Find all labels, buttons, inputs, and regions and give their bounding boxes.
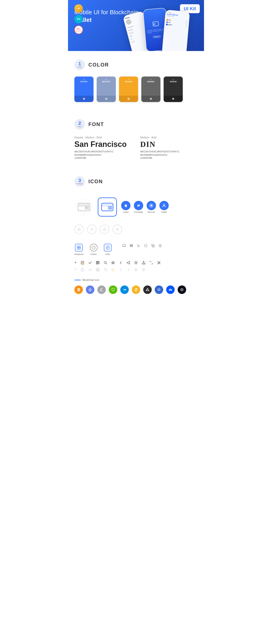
font-grid: Regular · Medium · Bold San Francisco AB…: [74, 136, 198, 159]
wallet-icon-grid: [74, 198, 94, 216]
font-din-upper: ABCDEFGHIJKLMNOPQRSTUVWXYZ: [140, 150, 198, 153]
search-icon[interactable]: [104, 261, 107, 264]
litecoin-icon[interactable]: [97, 286, 106, 294]
svg-rect-31: [130, 245, 132, 246]
svg-rect-32: [130, 244, 132, 245]
svg-rect-21: [79, 246, 80, 248]
font-sf-numbers: 1234567890: [74, 157, 132, 159]
icon-sub: THREE: [76, 183, 83, 185]
assets-icon[interactable]: [121, 201, 130, 210]
iota-icon[interactable]: [143, 286, 152, 294]
discover-icon[interactable]: [146, 201, 156, 210]
svg-point-59: [129, 261, 130, 262]
gear-icon[interactable]: [134, 261, 138, 264]
dash-icon[interactable]: [120, 286, 129, 294]
font-din-numbers: 1234567890: [140, 157, 198, 159]
assets-icon-item: Assets: [121, 201, 130, 213]
color-title: COLOR: [88, 62, 109, 68]
profile-outline-icon: [112, 225, 122, 234]
svg-point-33: [144, 244, 147, 247]
screens-badge: 60+ Screens: [74, 26, 83, 34]
svg-line-58: [106, 263, 107, 264]
star-icon[interactable]: [111, 261, 115, 264]
svg-marker-87: [146, 289, 148, 291]
close-icon[interactable]: [157, 261, 161, 264]
chat2-icon[interactable]: [151, 244, 155, 248]
profile-icon[interactable]: [160, 201, 169, 210]
color-sub: ONE: [78, 66, 82, 68]
bottom-nav-section: Mangment History: [74, 240, 198, 259]
svg-rect-71: [96, 268, 98, 270]
assets-outline-icon: [74, 225, 84, 234]
color-number: 1: [78, 62, 81, 66]
qr-icon[interactable]: [96, 261, 100, 264]
info-outline-icon: [142, 268, 146, 272]
color-swatch-gray: # 666666: [141, 76, 160, 102]
golem-icon[interactable]: [178, 286, 186, 294]
zcash-icon[interactable]: [132, 286, 140, 294]
history-label: History: [91, 253, 97, 255]
font-din: Medium · Bold DIN ABCDEFGHIJKLMNOPQRSTUV…: [140, 136, 198, 159]
moon-icon[interactable]: [137, 244, 140, 248]
circle-icon[interactable]: [144, 244, 148, 248]
svg-rect-50: [98, 262, 99, 262]
color-section-header: 1 ONE COLOR: [74, 51, 198, 76]
info-icon[interactable]: [158, 244, 162, 248]
management-icon[interactable]: [75, 244, 83, 252]
discover-icon-item: Discover: [146, 201, 156, 213]
wallet-icon-filled: [98, 198, 117, 216]
font-sf-name: San Francisco: [74, 140, 132, 149]
svg-rect-72: [98, 268, 99, 270]
font-din-lower: abcdefghijklmnopqrstuvwxyz: [140, 154, 198, 156]
ps-badge: Ps: [74, 15, 83, 24]
phones-area: Profile Management Messages Add Card Nig…: [128, 0, 204, 51]
assets-label: Assets: [123, 211, 128, 213]
neo-icon[interactable]: [109, 286, 117, 294]
font-title: FONT: [88, 121, 104, 127]
chat-icon[interactable]: [122, 244, 126, 248]
color-number-badge: 1 ONE: [74, 60, 85, 70]
ethereum-icon[interactable]: [86, 286, 94, 294]
history-icon[interactable]: [90, 244, 98, 252]
hero-section: Mobile UI for Blockchain Wallet UI Kit ✦…: [68, 0, 204, 51]
note-icon[interactable]: [80, 261, 84, 264]
svg-point-64: [135, 262, 137, 263]
svg-rect-23: [79, 248, 80, 249]
resize-icon[interactable]: [150, 261, 153, 264]
svg-point-19: [116, 228, 118, 230]
svg-point-16: [163, 204, 165, 206]
upload-icon[interactable]: [142, 261, 146, 264]
svg-line-63: [128, 263, 129, 264]
svg-rect-65: [142, 263, 145, 264]
font-number: 2: [78, 121, 81, 126]
exchange-icon[interactable]: [134, 201, 143, 210]
svg-rect-22: [77, 248, 78, 249]
icon-title: ICON: [88, 178, 103, 184]
plus-icon[interactable]: +: [74, 260, 77, 265]
star-accent-icon: [111, 268, 115, 272]
management-label: Mangment: [74, 253, 84, 255]
icon-number: 3: [78, 178, 81, 183]
color-swatch-dark: # 303030: [164, 76, 183, 102]
cardano-icon[interactable]: [155, 286, 163, 294]
font-sf-lower: abcdefghijklmnopqrstuvwxyz: [74, 154, 132, 156]
bitcoin-icon[interactable]: [74, 286, 83, 294]
blockchain-line: [74, 280, 81, 280]
svg-point-60: [127, 262, 128, 263]
exchange-label: Exchange: [134, 211, 143, 213]
hero-badges: ✦ Ps 60+ Screens: [74, 4, 83, 34]
order-icon[interactable]: [104, 244, 112, 252]
stack-icon[interactable]: [130, 244, 133, 248]
screens-bottom: Screens: [75, 30, 82, 32]
svg-line-62: [128, 262, 129, 262]
exchange-icon-item: Exchange: [134, 201, 143, 213]
check-icon[interactable]: [88, 261, 92, 264]
close-outline-icon: [134, 268, 138, 272]
waves-icon[interactable]: [166, 286, 175, 294]
back-arrow-icon[interactable]: [119, 261, 122, 264]
share-icon[interactable]: [126, 261, 130, 264]
forward-outline-icon: [126, 268, 130, 272]
order-label: Order: [105, 253, 110, 255]
svg-marker-84: [112, 288, 114, 291]
font-sub: TWO: [78, 126, 82, 128]
